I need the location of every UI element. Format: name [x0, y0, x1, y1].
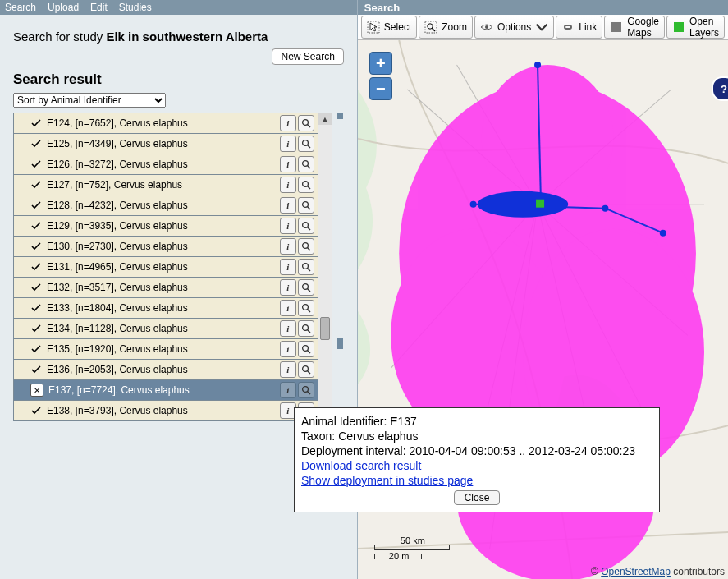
google-square-icon: [610, 21, 623, 34]
zoom-to-button[interactable]: [298, 238, 314, 255]
menu-upload[interactable]: Upload: [48, 2, 79, 13]
result-row[interactable]: E129, [n=3935], Cervus elaphusi: [14, 216, 318, 237]
svg-line-9: [307, 207, 310, 210]
result-row[interactable]: E127, [n=752], Cervus elaphusi: [14, 175, 318, 195]
zoom-tool-button[interactable]: Zoom: [419, 16, 473, 39]
svg-point-32: [428, 24, 433, 29]
check-icon[interactable]: [30, 323, 42, 334]
result-row[interactable]: E125, [n=4349], Cervus elaphusi: [14, 134, 318, 154]
row-label: E134, [n=1128], Cervus elaphus: [47, 323, 280, 334]
info-button[interactable]: i: [280, 218, 296, 234]
check-icon[interactable]: [30, 117, 42, 129]
check-icon[interactable]: ✕: [30, 384, 43, 397]
zoom-to-button[interactable]: [298, 361, 314, 378]
info-button[interactable]: i: [280, 382, 296, 398]
result-row[interactable]: E128, [n=4232], Cervus elaphusi: [14, 195, 318, 216]
zoom-out-button[interactable]: −: [369, 77, 392, 100]
zoom-to-button[interactable]: [298, 300, 314, 316]
result-row[interactable]: E126, [n=3272], Cervus elaphusi: [14, 154, 318, 175]
info-button[interactable]: i: [280, 259, 296, 275]
zoom-in-button[interactable]: +: [369, 52, 392, 75]
result-row[interactable]: E133, [n=1804], Cervus elaphusi: [14, 298, 318, 319]
zoom-to-button[interactable]: [298, 197, 314, 214]
osm-link[interactable]: OpenStreetMap: [601, 566, 671, 577]
zoom-to-button[interactable]: [298, 156, 314, 172]
zoom-to-button[interactable]: [298, 115, 314, 131]
check-icon[interactable]: [30, 138, 42, 149]
info-button[interactable]: i: [280, 279, 296, 296]
popup-close-button[interactable]: Close: [454, 490, 501, 505]
info-button[interactable]: i: [280, 341, 296, 357]
search-result-heading: Search result: [0, 71, 357, 93]
result-row[interactable]: E132, [n=3517], Cervus elaphusi: [14, 278, 318, 298]
zoom-to-button[interactable]: [298, 259, 314, 275]
check-icon[interactable]: [30, 282, 42, 293]
check-icon[interactable]: [30, 302, 42, 314]
result-row[interactable]: E135, [n=1920], Cervus elaphusi: [14, 339, 318, 360]
zoom-to-button[interactable]: [298, 177, 314, 193]
result-scrollbar[interactable]: ▲: [318, 113, 332, 421]
popup-id-label: Animal Identifier:: [301, 415, 390, 428]
popup-id-value: E137: [390, 415, 417, 428]
download-link[interactable]: Download search result: [301, 459, 421, 472]
check-icon[interactable]: [30, 364, 42, 375]
menu-studies[interactable]: Studies: [119, 2, 152, 13]
result-row[interactable]: E136, [n=2053], Cervus elaphusi: [14, 360, 318, 380]
result-row[interactable]: E124, [n=7652], Cervus elaphusi: [14, 113, 318, 134]
check-icon[interactable]: [30, 159, 42, 170]
new-search-button[interactable]: New Search: [272, 48, 343, 65]
scroll-thumb[interactable]: [320, 317, 330, 340]
zoom-to-button[interactable]: [298, 341, 314, 357]
result-row[interactable]: E138, [n=3793], Cervus elaphusi: [14, 401, 318, 420]
result-row[interactable]: E134, [n=1128], Cervus elaphusi: [14, 319, 318, 339]
help-button[interactable]: ?: [712, 76, 728, 101]
zoom-to-button[interactable]: [298, 218, 314, 234]
info-button[interactable]: i: [280, 320, 296, 337]
zoom-to-button[interactable]: [298, 382, 314, 398]
show-deployment-link[interactable]: Show deployment in studies page: [301, 474, 473, 487]
sort-select[interactable]: Sort by Animal Identifier: [13, 93, 166, 108]
select-tool-button[interactable]: Select: [361, 16, 417, 39]
check-icon[interactable]: [30, 241, 42, 252]
svg-point-18: [302, 305, 308, 310]
result-row[interactable]: ✕E137, [n=7724], Cervus elaphusi: [14, 380, 318, 401]
info-button[interactable]: i: [280, 115, 296, 131]
info-button[interactable]: i: [280, 197, 296, 214]
check-icon[interactable]: [30, 261, 42, 273]
info-button[interactable]: i: [280, 156, 296, 172]
row-label: E128, [n=4232], Cervus elaphus: [47, 200, 280, 211]
overview-strip[interactable]: [336, 113, 344, 421]
check-icon[interactable]: [30, 220, 42, 232]
menu-edit[interactable]: Edit: [90, 2, 108, 13]
info-button[interactable]: i: [280, 238, 296, 255]
popup-taxon-value: Cervus elaphus: [338, 430, 418, 443]
google-maps-button[interactable]: Google Maps: [604, 16, 665, 39]
link-label: Link: [579, 21, 597, 33]
zoom-to-button[interactable]: [298, 320, 314, 337]
zoom-to-button[interactable]: [298, 279, 314, 296]
popup-taxon-label: Taxon:: [301, 430, 338, 443]
info-button[interactable]: i: [280, 177, 296, 193]
svg-point-4: [302, 161, 308, 167]
scroll-up-button[interactable]: ▲: [318, 113, 332, 125]
check-icon[interactable]: [30, 343, 42, 355]
row-label: E131, [n=4965], Cervus elaphus: [47, 261, 280, 273]
detail-popup: Animal Identifier: E137 Taxon: Cervus el…: [294, 407, 660, 512]
open-layers-button[interactable]: Open Layers: [666, 16, 725, 39]
check-icon[interactable]: [30, 200, 42, 211]
info-button[interactable]: i: [280, 361, 296, 378]
link-button[interactable]: Link: [556, 16, 602, 39]
options-button[interactable]: Options: [474, 16, 554, 39]
svg-point-14: [302, 264, 308, 269]
row-label: E135, [n=1920], Cervus elaphus: [47, 343, 280, 355]
svg-point-57: [660, 230, 666, 237]
zoom-control: + −: [369, 52, 392, 100]
check-icon[interactable]: [30, 405, 42, 416]
check-icon[interactable]: [30, 179, 42, 191]
info-button[interactable]: i: [280, 136, 296, 152]
result-row[interactable]: E131, [n=4965], Cervus elaphusi: [14, 257, 318, 278]
zoom-to-button[interactable]: [298, 136, 314, 152]
result-row[interactable]: E130, [n=2730], Cervus elaphusi: [14, 237, 318, 257]
menu-search[interactable]: Search: [5, 2, 36, 13]
info-button[interactable]: i: [280, 300, 296, 316]
